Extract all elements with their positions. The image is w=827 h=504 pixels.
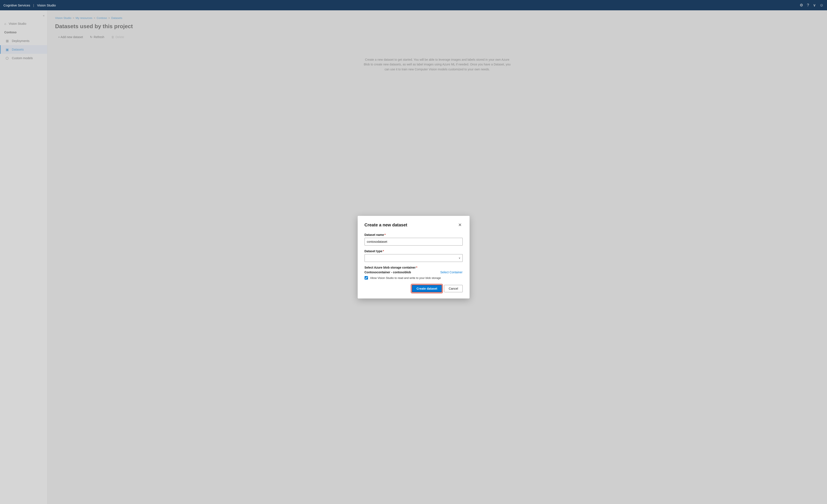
modal-overlay: Create a new dataset ✕ Dataset name* Dat… <box>0 10 827 504</box>
checkbox-row: Allow Vision Studio to read and write to… <box>364 276 463 280</box>
dataset-type-select[interactable] <box>364 254 463 262</box>
modal-footer: Create dataset Cancel <box>364 285 463 293</box>
create-dataset-modal: Create a new dataset ✕ Dataset name* Dat… <box>358 216 470 299</box>
topbar: Cognitive Services | Vision Studio ⚙ ? ∨… <box>0 0 827 10</box>
storage-label: Select Azure blob storage container* <box>364 266 463 269</box>
dataset-name-input[interactable] <box>364 238 463 246</box>
dataset-type-required: * <box>383 249 384 253</box>
dataset-type-label: Dataset type* <box>364 249 463 253</box>
cancel-button[interactable]: Cancel <box>444 285 463 292</box>
select-container-link[interactable]: Select Container <box>440 270 463 274</box>
modal-title: Create a new dataset <box>364 222 407 228</box>
user-icon[interactable]: ☺ <box>820 3 824 7</box>
chevron-down-icon[interactable]: ∨ <box>813 3 816 7</box>
topbar-right: ⚙ ? ∨ ☺ <box>800 3 824 7</box>
allow-readwrite-checkbox[interactable] <box>364 276 368 280</box>
dataset-type-select-wrapper: ∨ <box>364 254 463 262</box>
topbar-separator: | <box>33 3 34 7</box>
help-icon[interactable]: ? <box>807 3 809 7</box>
dataset-type-group: Dataset type* ∨ <box>364 249 463 262</box>
create-dataset-button[interactable]: Create dataset <box>412 285 442 293</box>
dataset-name-required: * <box>385 233 386 237</box>
allow-readwrite-label: Allow Vision Studio to read and write to… <box>370 276 441 280</box>
dataset-name-group: Dataset name* <box>364 233 463 246</box>
brand-label: Cognitive Services <box>3 3 30 7</box>
close-button[interactable]: ✕ <box>457 222 463 228</box>
storage-container-group: Select Azure blob storage container* Con… <box>364 266 463 280</box>
storage-name: Contosocontainer - contosoblob <box>364 270 411 274</box>
dataset-name-label: Dataset name* <box>364 233 463 237</box>
settings-icon[interactable]: ⚙ <box>800 3 803 7</box>
app-name: Vision Studio <box>37 3 56 7</box>
topbar-left: Cognitive Services | Vision Studio <box>3 3 56 7</box>
storage-required: * <box>416 266 417 269</box>
storage-row: Contosocontainer - contosoblob Select Co… <box>364 270 463 274</box>
modal-header: Create a new dataset ✕ <box>364 222 463 228</box>
